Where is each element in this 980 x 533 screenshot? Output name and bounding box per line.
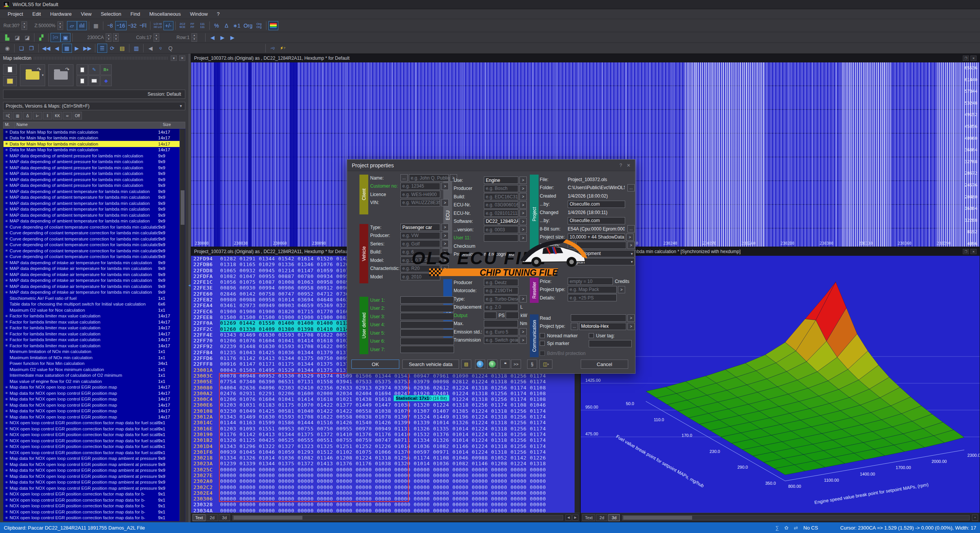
toolbar-button[interactable]: 111 111 [198,21,207,30]
tab-3d[interactable]: 3d [608,514,620,521]
list-item[interactable]: Max value of engine flow for O2 min calc… [3,378,180,384]
toolbar-button[interactable]: ◉ [2,44,12,53]
list-item[interactable]: ✳MAP data depending of ambient pressure … [3,159,180,165]
list-item[interactable]: ✳Map data for NOX open loop control EGR … [3,384,180,391]
toolbar-button[interactable]: ◀ [145,44,155,53]
toolbar-button[interactable] [268,21,278,30]
toolbar-button[interactable]: ▦ [91,21,101,30]
input-field[interactable]: Passenger car [400,224,440,231]
toolbar-button[interactable]: 2C2 9CE [178,21,188,30]
list-item[interactable]: Intermediate max saturation of calculati… [3,373,180,379]
toolbar-button[interactable]: ılıl [77,21,87,30]
toolbar-button[interactable]: ◀◀ [41,44,52,53]
new-project-button[interactable] [3,64,17,75]
hex-row[interactable]: 23027E00000 00000 00000 00000 00000 0000… [191,473,575,478]
toolbar-button[interactable]: ❐ [26,44,36,53]
list-item[interactable]: ✳Data for Main Map for lambda min calcul… [3,135,180,141]
map-3d-titlebar[interactable]: Data for Main Map for lambda min calcula… [581,247,980,256]
import-file-button[interactable]: ↷ [48,64,74,86]
close-icon[interactable]: ✕ [627,163,630,168]
column-name[interactable]: Name [15,122,161,128]
list-item[interactable]: ✳Curve depending of coolant temperature … [3,236,180,242]
toolbar-button[interactable]: ▶ [227,33,237,42]
toolbar-button[interactable]: ▞ [36,33,46,42]
expand-button[interactable]: > [441,249,449,256]
list-item[interactable]: ✳Factor for lambda limiter max value cal… [3,343,180,349]
paste-icon[interactable]: ▤ [461,360,471,369]
expand-button[interactable]: > [519,209,527,217]
input-field[interactable]: e.g. 2010 [400,273,440,280]
list-item[interactable]: ✳Map data for NOX open loop control EGR … [3,473,180,479]
hex-row[interactable]: 2302E400000 00000 00000 00000 00000 0000… [191,490,575,496]
tab-2d[interactable]: 2d [206,514,218,521]
list-item[interactable]: ✳NOX open loop control EGR position corr… [3,515,180,521]
list-item[interactable]: ✳NOX open loop control EGR position corr… [3,444,180,450]
hex-row[interactable]: 2300E601203 01031 01183 01175 01070 0142… [191,402,575,408]
output-ps-field[interactable] [484,312,497,319]
filter-button[interactable]: Off [73,112,82,119]
expand-button[interactable]: > [519,234,527,242]
hex-row[interactable]: 2302A000000 00000 00000 00000 00000 0000… [191,478,575,484]
expand-button[interactable]: > [441,232,449,239]
list-item[interactable]: ✳NOX open loop control EGR position corr… [3,509,180,515]
spinner-control[interactable]: ▲▼ [21,21,27,30]
browse-button[interactable]: ... [627,184,635,191]
input-field[interactable]: e.g. Switch gear [484,337,518,344]
list-item[interactable]: ✳Map data for NOX open loop control EGR … [3,414,180,420]
list-item[interactable]: ✳MAP data depending of ambient pressure … [3,177,180,183]
more-buttons-icon[interactable]: >> [511,360,521,369]
list-item[interactable]: ✳NOX open loop control EGR position corr… [3,503,180,509]
horizontal-scrollbar[interactable] [622,515,970,520]
hex-row[interactable]: 2301F600939 01045 01046 01059 01293 0151… [191,449,575,455]
toolbar-button[interactable]: ◀ [52,44,62,53]
list-item[interactable]: ✳Map data for NOX open loop control EGR … [3,456,180,462]
map-wizard-button[interactable]: ✎ [88,64,100,75]
menu-find[interactable]: Find [127,10,144,18]
input-field[interactable] [400,296,454,304]
map-list-scrollbar[interactable] [180,129,185,521]
dropdown-field[interactable]: English [568,258,635,265]
input-field[interactable]: e.g. 12345 [400,183,440,190]
toolbar-button[interactable]: Org Org [254,21,264,30]
toolbar-button[interactable]: Q [165,44,175,53]
input-field[interactable]: e.g. 6 [400,249,440,256]
toolbar-button[interactable]: ◀ [207,33,217,42]
input-field[interactable]: e.g. Golf [400,240,440,247]
input-field[interactable]: e.g. 0003 [484,226,518,233]
list-item[interactable]: ✳Curve depending of coolant temperature … [3,224,180,230]
menu-[interactable]: ? [213,10,224,18]
list-item[interactable]: Maximum limitation of NOx min calculatio… [3,355,180,361]
spinner-control[interactable]: ▲▼ [113,33,119,42]
input-field[interactable]: e.g. WES-H4900 [400,191,440,198]
new-version-button[interactable] [77,64,88,75]
panel-pin-button[interactable]: ▾ [171,56,177,61]
filter-button[interactable]: Δ [23,112,32,119]
output-kw-field[interactable] [506,312,518,319]
hex-row[interactable]: 23003C00078 00948 00952 01530 01529 0157… [191,373,575,379]
hex-row[interactable]: 23012A01343 01469 01630 01593 01708 0162… [191,414,575,420]
list-item[interactable]: ✳Data for Main Map for lambda min calcul… [3,147,180,153]
input-field[interactable] [400,313,454,320]
list-item[interactable]: ✳MAP data depending of ambient temperatu… [3,218,180,224]
expand-button[interactable]: > [441,257,449,264]
toolbar-button[interactable]: ❏ [16,44,26,53]
ok-button[interactable]: OK [351,360,399,369]
input-field[interactable]: e.g. EDC16C31 [484,193,518,200]
list-item[interactable]: ✳Factor for lambda limiter max value cal… [3,331,180,337]
list-item[interactable]: Table data for choosing the multiport sw… [3,301,180,307]
toolbar-button[interactable]: ⟳ [107,44,117,53]
filter-button[interactable]: i⌐ [33,112,42,119]
save-project-button[interactable] [3,76,17,86]
toolbar-button[interactable]: ▣ [60,33,70,42]
list-item[interactable]: ✳NOX open loop control EGR position corr… [3,491,180,497]
list-item[interactable]: ✳Curve depending of coolant temperature … [3,242,180,248]
list-item[interactable]: ✳NOX open loop control EGR position corr… [3,450,180,456]
list-item[interactable]: ✳MAP data depending of intake air temper… [3,283,180,289]
expand-button[interactable]: > [441,265,449,272]
project-type-field[interactable]: Motorola-Hex [579,323,626,330]
menu-window[interactable]: Window [186,10,211,18]
toolbar-button[interactable]: ▶ [217,33,227,42]
expand-button[interactable]: > [519,193,527,200]
menu-project[interactable]: Project [4,10,27,18]
toolbar-button[interactable]: FF FF [188,21,198,30]
